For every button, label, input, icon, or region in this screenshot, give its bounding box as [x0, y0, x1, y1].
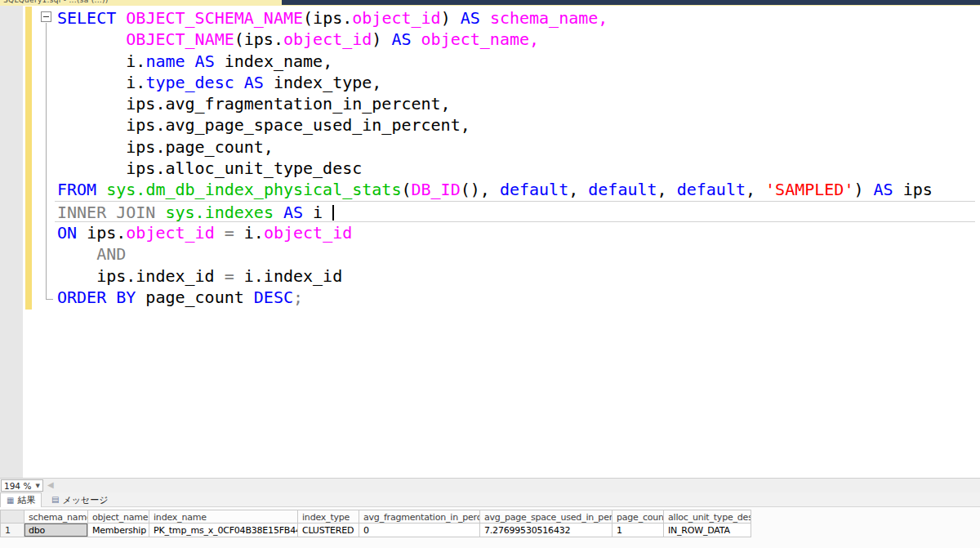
grid-cell[interactable]: Membership	[88, 523, 149, 537]
code-token: ips.avg_fragmentation_in_percent,	[57, 94, 451, 114]
code-token: )	[372, 29, 391, 49]
code-lines[interactable]: SELECT OBJECT_SCHEMA_NAME(ips.object_id)…	[57, 7, 975, 308]
sql-editor[interactable]: SELECT OBJECT_SCHEMA_NAME(ips.object_id)…	[0, 6, 980, 478]
tab-messages[interactable]: ▤ メッセージ	[46, 492, 114, 507]
code-token: name	[145, 51, 185, 71]
code-token: INNER JOIN	[57, 203, 155, 222]
grid-corner-cell[interactable]	[0, 510, 24, 523]
code-line[interactable]: ON ips.object_id = i.object_id	[57, 222, 975, 243]
grid-cell[interactable]: dbo	[24, 523, 88, 537]
code-line[interactable]: ips.page_count,	[57, 136, 975, 158]
tab-results-label: 結果	[17, 494, 35, 506]
code-token: FROM	[57, 180, 96, 199]
code-token: default	[677, 180, 746, 199]
code-token: type_desc	[145, 73, 234, 92]
code-token: index_name,	[215, 51, 333, 71]
code-token: sys.indexes	[165, 203, 273, 222]
grid-icon: ▦	[7, 497, 14, 505]
code-token: object_id	[352, 8, 440, 28]
grid-column-header[interactable]: schema_name	[24, 510, 88, 523]
grid-cell[interactable]: IN_ROW_DATA	[664, 523, 751, 537]
code-token: AS	[195, 51, 215, 71]
code-token: (ips.	[303, 8, 352, 28]
editor-scrollbar-row: 194 % ▼ ◀	[0, 478, 980, 492]
grid-column-header[interactable]: object_name	[88, 510, 149, 523]
code-token: )	[853, 180, 873, 199]
code-token	[185, 51, 195, 71]
message-icon: ▤	[51, 496, 59, 504]
code-line[interactable]: ips.avg_page_space_used_in_percent,	[57, 114, 975, 136]
grid-column-header[interactable]: index_type	[298, 510, 359, 523]
grid-row-number[interactable]: 1	[0, 523, 24, 537]
code-token: ips.index_id	[57, 266, 225, 286]
grid-cell[interactable]: PK_tmp_ms_x_0CF04B38E15FB44C	[149, 523, 298, 537]
code-line[interactable]: AND	[57, 243, 975, 265]
grid-header-row: schema_nameobject_nameindex_nameindex_ty…	[0, 510, 751, 523]
code-token: 'SAMPLED'	[765, 180, 853, 199]
grid-cell[interactable]: CLUSTERED	[298, 523, 359, 537]
code-token: (ips.	[234, 29, 283, 49]
code-token: AS	[244, 73, 264, 92]
outline-guide-tick	[46, 299, 53, 300]
code-token: =	[225, 223, 234, 243]
results-grid: schema_nameobject_nameindex_nameindex_ty…	[0, 510, 751, 537]
code-token: AS	[461, 8, 480, 28]
code-token: ,	[568, 180, 588, 199]
code-token: ORDER BY	[57, 287, 136, 307]
code-token: i.	[57, 73, 145, 92]
code-line[interactable]: ips.index_id = i.index_id	[57, 265, 975, 287]
code-line[interactable]: ips.alloc_unit_type_desc	[57, 158, 975, 179]
grid-column-header[interactable]: page_count	[612, 510, 664, 523]
code-line[interactable]: i.type_desc AS index_type,	[57, 72, 975, 93]
code-token: i.	[57, 51, 145, 71]
collapse-minus-icon[interactable]	[41, 11, 51, 22]
code-token: object_id	[264, 223, 352, 243]
code-line[interactable]: INNER JOIN sys.indexes AS i	[55, 201, 975, 222]
code-token: ,	[746, 180, 765, 199]
code-token	[96, 180, 106, 199]
ssms-window: SQLQuery1.sql - ...(sa (...)) SELECT OBJ…	[0, 0, 980, 548]
code-token: ,	[657, 180, 677, 199]
document-tab-active[interactable]: SQLQuery1.sql - ...(sa (...))	[0, 0, 282, 6]
table-row: 1dboMembershipPK_tmp_ms_x_0CF04B38E15FB4…	[0, 523, 751, 537]
change-tracking-bar	[25, 7, 32, 310]
grid-cell[interactable]: 7.27699530516432	[480, 523, 612, 537]
code-token: object_id	[283, 29, 372, 49]
editor-zoom-control[interactable]: 194 % ▼	[1, 479, 43, 492]
code-token: i	[303, 203, 332, 222]
code-token	[234, 73, 244, 92]
code-token: default	[500, 180, 568, 199]
code-token: ;	[293, 287, 303, 307]
code-token: (	[401, 180, 411, 199]
code-token: ips.alloc_unit_type_desc	[57, 158, 362, 178]
code-line[interactable]: SELECT OBJECT_SCHEMA_NAME(ips.object_id)…	[57, 7, 975, 29]
outline-guide-line	[46, 23, 47, 300]
code-line[interactable]: ORDER BY page_count DESC;	[57, 287, 975, 308]
results-pane: schema_nameobject_nameindex_nameindex_ty…	[0, 507, 980, 548]
tab-messages-label: メッセージ	[62, 494, 108, 506]
code-token: DESC	[254, 287, 293, 307]
editor-gutter	[0, 6, 23, 478]
grid-column-header[interactable]: avg_page_space_used_in_percent	[480, 510, 612, 523]
tab-results[interactable]: ▦ 結果	[0, 492, 42, 507]
code-token	[274, 203, 283, 222]
scroll-left-arrow-icon[interactable]: ◀	[47, 480, 54, 489]
grid-cell[interactable]: 1	[612, 523, 664, 537]
code-token: page_count	[136, 287, 254, 307]
editor-zoom-value: 194 %	[4, 481, 31, 491]
text-cursor	[332, 205, 334, 221]
code-line[interactable]: i.name AS index_name,	[57, 51, 975, 72]
code-line[interactable]: FROM sys.dm_db_index_physical_stats(DB_I…	[57, 179, 975, 200]
code-token: default	[588, 180, 657, 199]
code-token: schema_name,	[490, 8, 608, 28]
code-token: SELECT	[57, 8, 116, 28]
code-token	[57, 244, 96, 264]
code-line[interactable]: OBJECT_NAME(ips.object_id) AS object_nam…	[57, 29, 975, 50]
grid-column-header[interactable]: alloc_unit_type_desc	[664, 510, 751, 523]
code-token: index_type,	[264, 73, 382, 92]
grid-cell[interactable]: 0	[359, 523, 480, 537]
grid-column-header[interactable]: avg_fragmentation_in_percent	[359, 510, 480, 523]
code-token: ips	[893, 180, 933, 199]
code-line[interactable]: ips.avg_fragmentation_in_percent,	[57, 93, 975, 114]
grid-column-header[interactable]: index_name	[149, 510, 298, 523]
